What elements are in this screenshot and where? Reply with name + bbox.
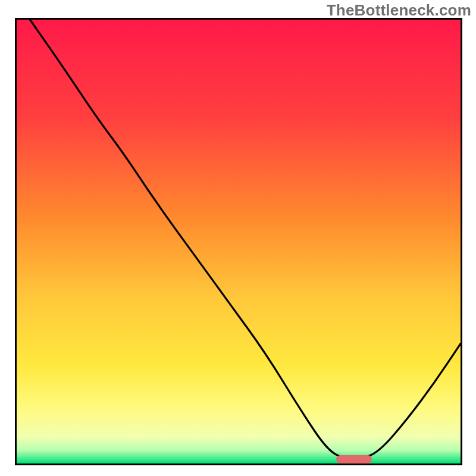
- watermark-text: TheBottleneck.com: [327, 1, 471, 20]
- chart-gradient-background: [17, 20, 461, 464]
- optimum-marker: [336, 455, 372, 464]
- svg-rect-0: [17, 20, 461, 464]
- chart-plot-area: [15, 18, 462, 465]
- chart-curve: [17, 20, 461, 464]
